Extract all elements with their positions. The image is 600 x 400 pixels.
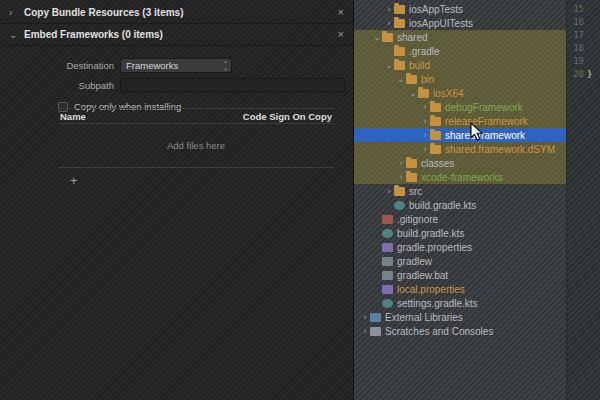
tree-item[interactable]: ›xcode-frameworks: [354, 170, 566, 184]
destination-row: Destination Frameworks ⌃⌄: [0, 58, 353, 73]
frameworks-table: Name Code Sign On Copy Add files here: [58, 108, 334, 168]
chevron-right-icon[interactable]: ›: [420, 100, 430, 114]
folder-icon: [406, 75, 417, 84]
add-framework-button[interactable]: +: [70, 174, 78, 187]
chevron-right-icon[interactable]: ›: [360, 324, 370, 338]
tree-item[interactable]: ›releaseFramework: [354, 114, 566, 128]
build-phases-panel: › Copy Bundle Resources (3 items) × ⌄ Em…: [0, 0, 354, 400]
subpath-field[interactable]: [120, 78, 345, 92]
tree-item[interactable]: build.gradle.kts: [354, 198, 566, 212]
tree-item-label: gradlew.bat: [397, 270, 452, 281]
line-number: 15: [567, 4, 584, 14]
tree-item[interactable]: ›shared.framework: [354, 128, 566, 142]
phase-copy-bundle-resources[interactable]: › Copy Bundle Resources (3 items) ×: [0, 2, 353, 24]
properties-file-icon: [382, 285, 393, 294]
name-column-header: Name: [60, 111, 86, 122]
tree-item-label: iosX64: [433, 88, 468, 99]
tree-item[interactable]: gradlew.bat: [354, 268, 566, 282]
chevron-right-icon[interactable]: ›: [420, 142, 430, 156]
tree-item[interactable]: ›iosAppUITests: [354, 16, 566, 30]
tree-item-label: debugFramework: [445, 102, 527, 113]
chevron-right-icon[interactable]: ›: [396, 156, 406, 170]
tree-item-label: iosAppTests: [409, 4, 467, 15]
tree-item[interactable]: gradlew: [354, 254, 566, 268]
folder-icon: [406, 159, 417, 168]
tree-item[interactable]: ›shared.framework.dSYM: [354, 142, 566, 156]
folder-icon: [394, 19, 405, 28]
folder-icon: [430, 103, 441, 112]
editor-line: 17: [567, 28, 600, 41]
line-number: 17: [567, 30, 584, 40]
close-icon[interactable]: ×: [338, 29, 344, 40]
folder-icon: [430, 131, 441, 140]
tree-item-label: build.gradle.kts: [397, 228, 468, 239]
tree-item-label: releaseFramework: [445, 116, 532, 127]
chevron-down-icon[interactable]: ⌄: [408, 86, 418, 100]
phase-title: Copy Bundle Resources (3 items): [24, 7, 332, 18]
gradle-file-icon: [394, 201, 405, 210]
chevron-right-icon[interactable]: ›: [9, 7, 18, 18]
chevron-right-icon[interactable]: ›: [420, 128, 430, 142]
tree-item[interactable]: ›Scratches and Consoles: [354, 324, 566, 338]
tree-item[interactable]: settings.gradle.kts: [354, 296, 566, 310]
tree-item-label: Scratches and Consoles: [385, 326, 497, 337]
chevron-right-icon[interactable]: ›: [384, 16, 394, 30]
chevron-right-icon[interactable]: ›: [420, 114, 430, 128]
destination-label: Destination: [0, 60, 120, 71]
destination-dropdown[interactable]: Frameworks ⌃⌄: [120, 58, 232, 73]
tree-item-label: build.gradle.kts: [409, 200, 480, 211]
chevron-down-icon[interactable]: ⌄: [372, 30, 382, 44]
tree-item[interactable]: local.properties: [354, 282, 566, 296]
tree-item[interactable]: .gradle: [354, 44, 566, 58]
tree-item-label: shared.framework: [445, 130, 529, 141]
chevron-right-icon[interactable]: ›: [384, 184, 394, 198]
tree-item[interactable]: ⌄bin: [354, 72, 566, 86]
tree-item[interactable]: ›src: [354, 184, 566, 198]
stepper-icon: ⌃⌄: [223, 62, 228, 70]
tree-item-label: shared: [397, 32, 432, 43]
tree-item-label: classes: [421, 158, 458, 169]
gradle-file-icon: [382, 229, 393, 238]
editor-line: 20}: [567, 67, 600, 80]
chevron-down-icon[interactable]: ⌄: [9, 29, 18, 40]
editor-line: 16: [567, 15, 600, 28]
scratches-icon: [370, 327, 381, 336]
tree-item[interactable]: ›classes: [354, 156, 566, 170]
editor-line: 19: [567, 54, 600, 67]
chevron-right-icon[interactable]: ›: [360, 310, 370, 324]
tree-item[interactable]: gradle.properties: [354, 240, 566, 254]
external-libraries-icon: [370, 313, 381, 322]
subpath-label: Subpath: [0, 80, 120, 91]
tree-item-label: .gradle: [409, 46, 444, 57]
module-folder-icon: [382, 33, 393, 42]
tree-item-label: bin: [421, 74, 438, 85]
tree-item-label: shared.framework.dSYM: [445, 144, 559, 155]
tree-item-label: src: [409, 186, 426, 197]
tree-item-label: local.properties: [397, 284, 469, 295]
gitignore-file-icon: [382, 215, 393, 224]
folder-icon: [394, 187, 405, 196]
properties-file-icon: [382, 243, 393, 252]
phase-embed-frameworks[interactable]: ⌄ Embed Frameworks (0 items) ×: [0, 24, 353, 46]
chevron-right-icon[interactable]: ›: [396, 170, 406, 184]
folder-icon: [418, 89, 429, 98]
bat-file-icon: [382, 271, 393, 280]
close-icon[interactable]: ×: [338, 7, 344, 18]
tree-item[interactable]: ›iosAppTests: [354, 2, 566, 16]
tree-item[interactable]: ⌄iosX64: [354, 86, 566, 100]
tree-item[interactable]: ⌄shared: [354, 30, 566, 44]
tree-item[interactable]: ›debugFramework: [354, 100, 566, 114]
gradle-file-icon: [382, 299, 393, 308]
chevron-right-icon[interactable]: ›: [384, 2, 394, 16]
frameworks-table-header: Name Code Sign On Copy: [58, 108, 334, 124]
destination-value: Frameworks: [126, 60, 178, 71]
tree-item-label: build: [409, 60, 434, 71]
tree-item[interactable]: ›External Libraries: [354, 310, 566, 324]
chevron-down-icon[interactable]: ⌄: [396, 72, 406, 86]
chevron-down-icon[interactable]: ⌄: [384, 58, 394, 72]
add-files-drop-zone[interactable]: Add files here: [58, 124, 334, 168]
tree-item[interactable]: build.gradle.kts: [354, 226, 566, 240]
tree-item-label: xcode-frameworks: [421, 172, 507, 183]
tree-item[interactable]: ⌄build: [354, 58, 566, 72]
tree-item[interactable]: .gitignore: [354, 212, 566, 226]
